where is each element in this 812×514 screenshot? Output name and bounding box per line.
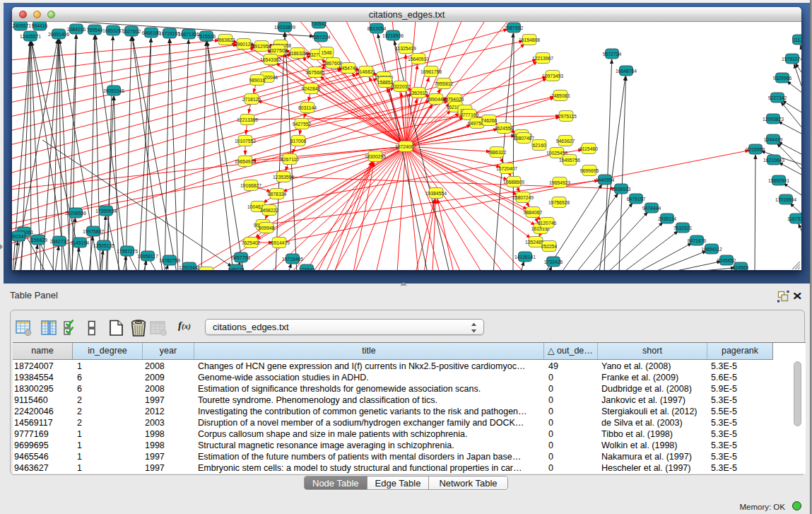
svg-text:10958117: 10958117 (137, 254, 158, 259)
svg-text:19218506: 19218506 (382, 33, 404, 38)
svg-text:2087652: 2087652 (505, 25, 524, 30)
svg-text:746266: 746266 (481, 118, 498, 123)
svg-text:19756928: 19756928 (548, 200, 570, 205)
svg-text:15716485: 15716485 (282, 257, 303, 262)
svg-text:15640910: 15640910 (408, 57, 429, 62)
svg-text:20691406: 20691406 (48, 32, 69, 37)
svg-text:16033809: 16033809 (274, 25, 295, 30)
svg-text:6479197: 6479197 (627, 197, 646, 201)
svg-text:7357224: 7357224 (312, 35, 331, 40)
svg-text:924565: 924565 (733, 265, 749, 270)
svg-text:9572734: 9572734 (603, 52, 622, 57)
svg-text:62160: 62160 (533, 143, 546, 148)
svg-text:989016: 989016 (249, 78, 266, 83)
svg-text:8267110: 8267110 (281, 157, 299, 162)
svg-text:8878334: 8878334 (268, 192, 287, 197)
svg-text:1440954: 1440954 (596, 177, 615, 182)
svg-text:16671355: 16671355 (178, 32, 199, 37)
svg-text:8454749: 8454749 (339, 66, 358, 71)
svg-text:1167533: 1167533 (787, 216, 801, 221)
svg-text:16782759: 16782759 (159, 258, 180, 263)
svg-text:16914479: 16914479 (269, 240, 290, 245)
svg-text:15692901: 15692901 (768, 178, 789, 183)
svg-text:12093823: 12093823 (763, 117, 784, 122)
svg-text:2718126: 2718126 (242, 97, 261, 102)
svg-text:10807487: 10807487 (513, 136, 534, 141)
svg-text:1037513: 1037513 (197, 270, 216, 271)
svg-text:1244419: 1244419 (764, 137, 783, 142)
svg-text:10688609: 10688609 (503, 180, 524, 185)
svg-text:12213967: 12213967 (532, 56, 553, 61)
svg-text:9146821: 9146821 (357, 69, 376, 74)
svg-text:173342: 173342 (299, 267, 315, 271)
svg-text:8813054: 8813054 (367, 26, 387, 31)
svg-text:730542: 730542 (311, 22, 327, 26)
svg-text:3624554: 3624554 (495, 126, 514, 131)
svg-text:6466160: 6466160 (142, 30, 161, 35)
svg-text:909948: 909948 (259, 226, 275, 230)
svg-text:16961758: 16961758 (420, 69, 442, 74)
svg-text:16648784: 16648784 (616, 69, 637, 74)
svg-text:8186328: 8186328 (288, 51, 307, 56)
svg-text:9329966: 9329966 (773, 76, 792, 81)
svg-text:9245652: 9245652 (717, 258, 736, 263)
svg-text:12405571: 12405571 (12, 23, 31, 28)
svg-text:19975887: 19975887 (83, 229, 104, 234)
svg-text:19384554: 19384554 (425, 191, 447, 196)
svg-text:11121: 11121 (793, 37, 801, 42)
svg-text:2342737: 2342737 (50, 239, 69, 244)
svg-text:9427552: 9427552 (293, 122, 312, 127)
svg-text:12505135: 12505135 (93, 243, 114, 248)
svg-text:1527602: 1527602 (122, 29, 141, 34)
svg-text:20053346: 20053346 (103, 88, 124, 93)
svg-text:17359934: 17359934 (95, 209, 117, 214)
svg-text:817006: 817006 (290, 139, 307, 144)
svg-text:18724007: 18724007 (395, 144, 416, 149)
svg-text:9227342: 9227342 (768, 95, 787, 100)
svg-text:15807249: 15807249 (512, 195, 534, 200)
svg-text:19654923: 19654923 (549, 180, 570, 185)
svg-text:994416: 994416 (32, 23, 48, 28)
svg-text:12923448: 12923448 (179, 265, 200, 270)
svg-text:7515526: 7515526 (197, 34, 216, 39)
svg-text:9699695: 9699695 (580, 168, 599, 173)
svg-text:8938923: 8938923 (612, 187, 631, 192)
svg-text:12975115: 12975115 (555, 114, 577, 119)
svg-text:1546: 1546 (321, 50, 331, 55)
svg-text:7663822: 7663822 (216, 37, 235, 42)
svg-text:19654913: 19654913 (235, 159, 256, 164)
svg-text:8990448: 8990448 (427, 97, 446, 102)
svg-text:16543362: 16543362 (260, 57, 281, 62)
svg-text:7886322: 7886322 (488, 150, 507, 155)
svg-text:9115460: 9115460 (579, 146, 598, 151)
svg-text:17016504: 17016504 (775, 197, 796, 202)
svg-text:1145194: 1145194 (71, 240, 89, 245)
svg-text:9457791: 9457791 (232, 255, 251, 260)
svg-text:9474444: 9474444 (642, 206, 661, 211)
svg-text:10107552: 10107552 (235, 139, 256, 144)
svg-text:1733426: 1733426 (544, 259, 563, 264)
svg-text:945779: 945779 (228, 267, 245, 271)
svg-text:9327503: 9327503 (269, 48, 288, 53)
svg-text:10973493: 10973493 (542, 74, 563, 78)
svg-text:7955812: 7955812 (435, 81, 454, 86)
svg-text:10719155: 10719155 (159, 31, 180, 36)
svg-text:769544: 769544 (87, 28, 103, 33)
svg-text:1362615: 1362615 (409, 90, 428, 95)
svg-text:9242848: 9242848 (302, 86, 321, 91)
svg-text:9884067: 9884067 (524, 210, 543, 215)
svg-text:18300295: 18300295 (365, 154, 386, 159)
svg-text:12405571: 12405571 (20, 34, 41, 39)
svg-text:16154808: 16154808 (519, 37, 540, 42)
svg-text:9777169: 9777169 (460, 112, 479, 117)
svg-text:9215958: 9215958 (746, 147, 765, 152)
svg-text:15720407: 15720407 (496, 166, 517, 171)
svg-text:20206556: 20206556 (65, 211, 86, 216)
svg-text:19166827: 19166827 (240, 183, 261, 188)
svg-text:6794028: 6794028 (445, 97, 464, 102)
svg-text:12353594: 12353594 (273, 175, 294, 180)
svg-text:2935114: 2935114 (658, 216, 676, 221)
svg-text:14136141: 14136141 (514, 255, 536, 259)
svg-text:6120746: 6120746 (538, 221, 557, 226)
svg-text:8960124: 8960124 (235, 42, 254, 47)
